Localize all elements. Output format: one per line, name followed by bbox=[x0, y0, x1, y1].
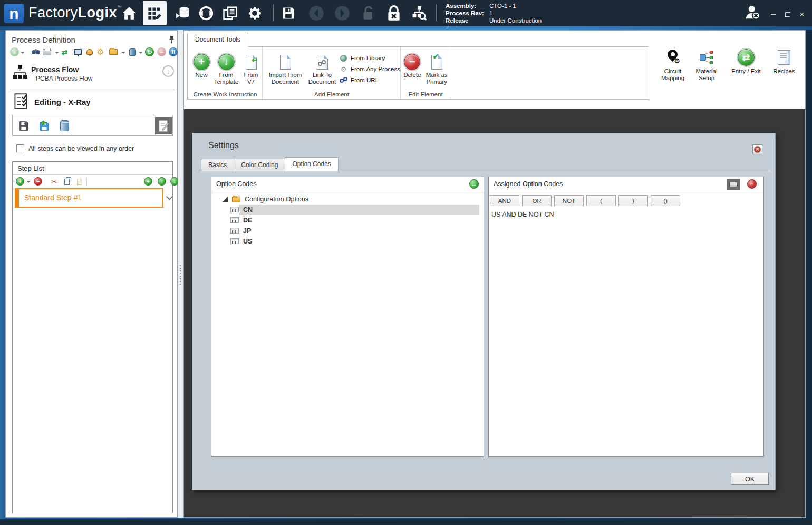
and-button[interactable]: AND bbox=[490, 195, 519, 206]
panel-splitter[interactable] bbox=[178, 30, 183, 518]
bell-icon[interactable] bbox=[85, 47, 94, 56]
save-step-button[interactable] bbox=[14, 117, 33, 134]
gear-icon[interactable]: ⚙ bbox=[96, 47, 105, 56]
keyboard-entry-button[interactable] bbox=[727, 179, 740, 190]
forward-icon[interactable] bbox=[333, 5, 351, 21]
remove-step-icon[interactable]: − bbox=[34, 177, 42, 186]
not-button[interactable]: NOT bbox=[554, 195, 584, 206]
import-step-button[interactable] bbox=[35, 117, 53, 134]
lock-close-icon[interactable] bbox=[385, 5, 403, 21]
from-url-button[interactable]: From URL bbox=[340, 76, 400, 84]
minimize-button[interactable] bbox=[767, 9, 780, 19]
save-icon[interactable] bbox=[279, 5, 297, 21]
step-accent-bar bbox=[16, 189, 19, 207]
add-dropdown-icon[interactable] bbox=[21, 52, 25, 54]
new-label: New bbox=[195, 72, 207, 79]
collapse-down-icon[interactable]: ↓ bbox=[162, 65, 174, 77]
tree-item-label: DE bbox=[243, 217, 252, 224]
reports-icon[interactable] bbox=[221, 5, 239, 21]
print-dropdown-icon[interactable] bbox=[55, 52, 59, 54]
bin-icon[interactable] bbox=[128, 47, 137, 56]
delete-step-button[interactable] bbox=[55, 117, 74, 134]
settings-gear-icon[interactable] bbox=[246, 5, 264, 21]
tree-row-jp[interactable]: JP bbox=[211, 226, 484, 236]
copy-icon[interactable] bbox=[62, 177, 71, 186]
add-icon[interactable]: + bbox=[10, 47, 19, 56]
bin-dropdown-icon[interactable] bbox=[139, 52, 143, 54]
tree-root-row[interactable]: Configuration Options bbox=[211, 194, 484, 205]
paren-pair-button[interactable]: () bbox=[651, 195, 680, 206]
circuit-mapping-label: Circuit Mapping bbox=[656, 68, 690, 82]
find-icon[interactable] bbox=[29, 47, 38, 56]
toolbar-separator bbox=[46, 178, 46, 186]
any-order-checkbox[interactable] bbox=[16, 144, 24, 152]
remove-assigned-icon[interactable]: − bbox=[747, 179, 757, 189]
step-expand-chevron-icon[interactable] bbox=[166, 193, 173, 200]
new-icon: + bbox=[194, 52, 210, 72]
unlock-icon[interactable] bbox=[360, 5, 378, 21]
production-icon[interactable] bbox=[174, 5, 192, 21]
from-library-label: From Library bbox=[351, 55, 385, 61]
refresh-icon[interactable]: ↻ bbox=[145, 47, 154, 56]
close-paren-button[interactable]: ) bbox=[618, 195, 648, 206]
tab-option-codes[interactable]: Option Codes bbox=[285, 157, 338, 171]
ribbon-groups: + New ↓ From Template ↵ From V7 bbox=[187, 46, 649, 100]
entry-exit-button[interactable]: ⇄ Entry / Exit bbox=[723, 47, 769, 75]
edit-document-button[interactable] bbox=[155, 117, 172, 134]
process-search-icon[interactable] bbox=[410, 5, 428, 21]
add-step-icon[interactable]: + bbox=[16, 177, 24, 186]
circuit-mapping-icon: ⚙ bbox=[667, 47, 679, 68]
pause-icon[interactable] bbox=[169, 47, 178, 56]
mark-as-primary-label: Mark as Primary bbox=[424, 72, 450, 85]
import-from-document-label: Import From Document bbox=[266, 72, 305, 85]
material-setup-button[interactable]: Material Setup bbox=[690, 47, 723, 82]
delete-element-label: Delete bbox=[403, 72, 421, 79]
recipes-label: Recipes bbox=[773, 68, 795, 75]
tree-row-us[interactable]: US bbox=[211, 236, 484, 247]
from-any-process-label: From Any Process bbox=[351, 66, 400, 72]
assembly-value: CTO-1 - 1 bbox=[489, 2, 516, 9]
circuit-mapping-button[interactable]: ⚙ Circuit Mapping bbox=[656, 47, 690, 82]
swap-icon[interactable]: ⇄ bbox=[60, 47, 69, 56]
from-any-process-button[interactable]: ⚙ From Any Process bbox=[340, 65, 400, 73]
back-icon[interactable] bbox=[307, 5, 325, 21]
app-logo: n bbox=[4, 4, 24, 23]
paste-icon[interactable] bbox=[75, 177, 84, 186]
actions-separator bbox=[153, 117, 153, 134]
tab-basics[interactable]: Basics bbox=[201, 159, 234, 171]
dialog-close-button[interactable]: ✕ bbox=[752, 144, 762, 154]
group-label-edit: Edit Element bbox=[401, 91, 450, 98]
tab-document-tools[interactable]: Document Tools bbox=[187, 33, 248, 47]
link-to-document-icon bbox=[317, 52, 328, 72]
pin-icon[interactable] bbox=[168, 35, 175, 46]
home-icon[interactable] bbox=[120, 5, 138, 21]
tree-expander-icon[interactable] bbox=[223, 197, 228, 202]
print-icon[interactable] bbox=[42, 47, 51, 56]
from-library-button[interactable]: From Library bbox=[340, 54, 400, 62]
ok-button[interactable]: OK bbox=[731, 473, 769, 485]
sync-icon[interactable] bbox=[197, 5, 215, 21]
tab-color-coding[interactable]: Color Coding bbox=[234, 159, 285, 171]
zoom-step-icon[interactable]: + bbox=[144, 177, 152, 186]
export-dropdown-icon[interactable] bbox=[121, 52, 125, 54]
cut-icon[interactable]: ✂ bbox=[50, 177, 59, 186]
maximize-button[interactable] bbox=[781, 9, 794, 19]
export-folder-icon[interactable] bbox=[109, 47, 118, 56]
open-paren-button[interactable]: ( bbox=[586, 195, 616, 206]
remove-icon[interactable]: − bbox=[157, 47, 166, 56]
step-list-item[interactable]: Standard Step #1 bbox=[15, 188, 163, 208]
any-order-label: All steps can be viewed in any order bbox=[28, 145, 134, 152]
presentation-icon[interactable] bbox=[73, 47, 82, 56]
logout-user-icon[interactable] bbox=[743, 4, 761, 20]
or-button[interactable]: OR bbox=[522, 195, 552, 206]
from-url-label: From URL bbox=[351, 77, 379, 83]
link-to-document-label: Link To Document bbox=[305, 72, 340, 85]
tree-row-de[interactable]: DE bbox=[211, 215, 484, 226]
tree-row-cn[interactable]: CN bbox=[211, 205, 484, 215]
close-button[interactable]: ✕ bbox=[796, 9, 808, 19]
add-option-code-icon[interactable]: → bbox=[469, 179, 479, 189]
move-up-icon[interactable]: ↑ bbox=[158, 177, 166, 186]
add-step-dropdown-icon[interactable] bbox=[26, 181, 31, 183]
recipes-button[interactable]: Recipes bbox=[769, 47, 799, 75]
process-definition-icon[interactable] bbox=[146, 5, 163, 21]
